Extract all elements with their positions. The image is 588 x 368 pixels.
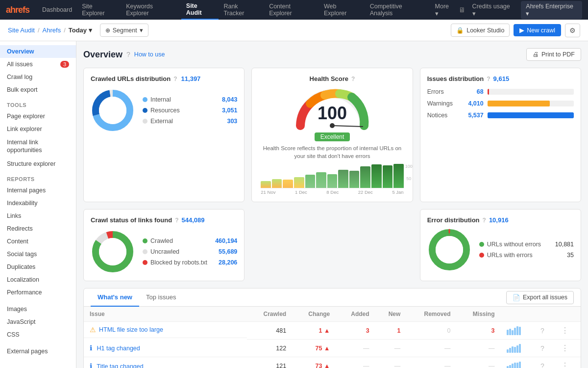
new-crawl-btn[interactable]: ▶ New crawl [514, 24, 561, 36]
breadcrumb-sep1: / [38, 26, 40, 34]
no-error-count: 10,881 [555, 241, 574, 248]
row-menu-3[interactable]: ⋮ [555, 357, 581, 368]
nav-rank-tracker[interactable]: Rank Tracker [219, 0, 264, 20]
sidebar-item-links[interactable]: Links [0, 210, 76, 222]
sidebar-item-localization[interactable]: Localization [0, 273, 76, 286]
table-row: ℹ H1 tag changed 122 75 ▲ — — — — [84, 340, 581, 357]
nav-dashboard[interactable]: Dashboard [37, 0, 77, 20]
sidebar-item-css[interactable]: CSS [0, 328, 76, 341]
issues-total-link[interactable]: 9,615 [493, 75, 510, 82]
second-cards-row: Crawl status of links found ? 544,089 [83, 209, 581, 281]
errors-count[interactable]: 68 [463, 88, 484, 95]
row-menu-2[interactable]: ⋮ [555, 340, 581, 357]
issue-link-3[interactable]: Title tag changed [97, 363, 143, 368]
error-dist-total-link[interactable]: 10,916 [489, 216, 509, 224]
top-nav: ahrefs Dashboard Site Explorer Keywords … [0, 0, 588, 20]
sidebar-item-content[interactable]: Content [0, 235, 76, 248]
nav-keywords-explorer[interactable]: Keywords Explorer [121, 0, 181, 20]
sidebar-item-internal-pages[interactable]: Internal pages [0, 184, 76, 197]
nav-web-explorer[interactable]: Web Explorer [319, 0, 365, 20]
resources-count[interactable]: 3,051 [222, 107, 237, 114]
settings-btn[interactable]: ⚙ [565, 24, 580, 37]
breadcrumb-site-audit[interactable]: Site Audit [8, 26, 35, 34]
breadcrumb-ahrefs[interactable]: Ahrefs [43, 26, 61, 34]
nav-more[interactable]: More ▾ [430, 0, 459, 20]
nav-content-explorer[interactable]: Content Explorer [264, 0, 319, 20]
crawled-urls-card: Crawled URLs distribution ? 11,397 Inter… [83, 68, 245, 202]
crawl-status-card: Crawl status of links found ? 544,089 [83, 209, 245, 281]
segment-btn[interactable]: ⊕ Segment ▾ [100, 24, 148, 37]
sidebar-item-bulk-export[interactable]: Bulk export [0, 83, 76, 96]
sidebar-item-overview[interactable]: Overview [0, 45, 76, 58]
warn-icon: ⚠ [90, 326, 96, 334]
warnings-count[interactable]: 4,010 [463, 100, 484, 107]
sidebar-item-crawl-log[interactable]: Crawl log [0, 71, 76, 83]
crawled-total-link[interactable]: 11,397 [181, 75, 201, 82]
enterprise-btn[interactable]: Ahrefs Enterprise ▾ [521, 1, 582, 19]
warnings-row: Warnings 4,010 [427, 100, 574, 107]
sidebar-item-redirects[interactable]: Redirects [0, 222, 76, 235]
breadcrumb-bar: Site Audit / Ahrefs / Today ▾ ⊕ Segment … [0, 20, 588, 41]
logo[interactable]: ahrefs [6, 5, 29, 15]
sidebar-item-external-pages[interactable]: External pages [0, 345, 76, 358]
credits-usage-btn[interactable]: Credits usage ▾ [467, 1, 519, 19]
crawled-count[interactable]: 460,194 [215, 237, 237, 244]
how-to-use-link[interactable]: How to use [134, 51, 165, 58]
row-change: 1 ▲ [292, 322, 336, 340]
internal-count[interactable]: 8,043 [222, 96, 237, 103]
row-sparkline [501, 322, 535, 340]
blocked-count[interactable]: 28,206 [219, 259, 237, 266]
uncrawled-count[interactable]: 55,689 [219, 248, 237, 255]
tab-whats-new[interactable]: What's new [91, 289, 139, 307]
nav-site-explorer[interactable]: Site Explorer [77, 0, 121, 20]
sidebar-item-images[interactable]: Images [0, 303, 76, 315]
health-gauge: 100 [293, 86, 371, 131]
svg-point-11 [99, 238, 126, 265]
error-dist-card: Error distribution ? 10,916 [420, 209, 581, 281]
sidebar-item-all-issues[interactable]: All issues 3 [0, 58, 76, 71]
row-help-2[interactable]: ? [535, 340, 555, 357]
nav-competitive-analysis[interactable]: Competitive Analysis [365, 0, 430, 20]
legend-internal: Internal 8,043 [143, 96, 237, 103]
breadcrumb-today[interactable]: Today ▾ [69, 26, 92, 34]
legend-resources: Resources 3,051 [143, 107, 237, 114]
errors-bar-fill [488, 89, 490, 95]
spark-bar-11 [371, 164, 382, 188]
sidebar-item-duplicates[interactable]: Duplicates [0, 261, 76, 273]
row-help[interactable]: ? [535, 322, 555, 340]
sidebar-item-page-explorer[interactable]: Page explorer [0, 110, 76, 123]
sidebar-item-performance[interactable]: Performance [0, 286, 76, 299]
crawled-row: Crawled 460,194 [143, 237, 237, 244]
crawled-help-icon: ? [173, 76, 177, 82]
top-cards-row: Crawled URLs distribution ? 11,397 Inter… [83, 68, 581, 202]
row-help-3[interactable]: ? [535, 357, 555, 368]
export-all-issues-btn[interactable]: 📄 Export all issues [506, 291, 574, 304]
looker-studio-btn[interactable]: 🔒 Looker Studio [451, 24, 510, 37]
tab-top-issues[interactable]: Top issues [139, 289, 183, 307]
sidebar-item-javascript[interactable]: JavaScript [0, 315, 76, 328]
sidebar-item-internal-link-opportunities[interactable]: Internal link opportunities [0, 135, 76, 158]
row-issue-name: ⚠ HTML file size too large [84, 322, 247, 338]
sidebar-item-link-explorer[interactable]: Link explorer [0, 123, 76, 135]
sidebar-section-reports: Reports [0, 172, 76, 184]
row-menu[interactable]: ⋮ [555, 322, 581, 340]
notices-count[interactable]: 5,537 [463, 112, 484, 119]
external-count[interactable]: 303 [227, 118, 237, 125]
crawl-status-total-link[interactable]: 544,089 [181, 216, 204, 224]
notices-row: Notices 5,537 [427, 112, 574, 119]
col-change: Change [292, 307, 336, 322]
spark-bar-3 [283, 180, 293, 188]
sidebar-item-structure-explorer[interactable]: Structure explorer [0, 158, 76, 170]
nav-site-audit[interactable]: Site Audit [181, 0, 219, 20]
issue-link[interactable]: HTML file size too large [99, 326, 163, 333]
issue-link[interactable]: H1 tag changed [97, 345, 140, 352]
sidebar-item-indexability[interactable]: Indexability [0, 197, 76, 210]
print-to-pdf-btn[interactable]: 🖨 Print to PDF [526, 48, 581, 61]
warnings-bar-fill [488, 101, 550, 106]
sidebar-item-social-tags[interactable]: Social tags [0, 248, 76, 261]
export-icon: 📄 [513, 294, 520, 301]
svg-point-16 [436, 236, 463, 263]
sidebar: Overview All issues 3 Crawl log Bulk exp… [0, 41, 76, 368]
notices-label: Notices [427, 112, 459, 119]
blocked-row: Blocked by robots.txt 28,206 [143, 259, 237, 266]
